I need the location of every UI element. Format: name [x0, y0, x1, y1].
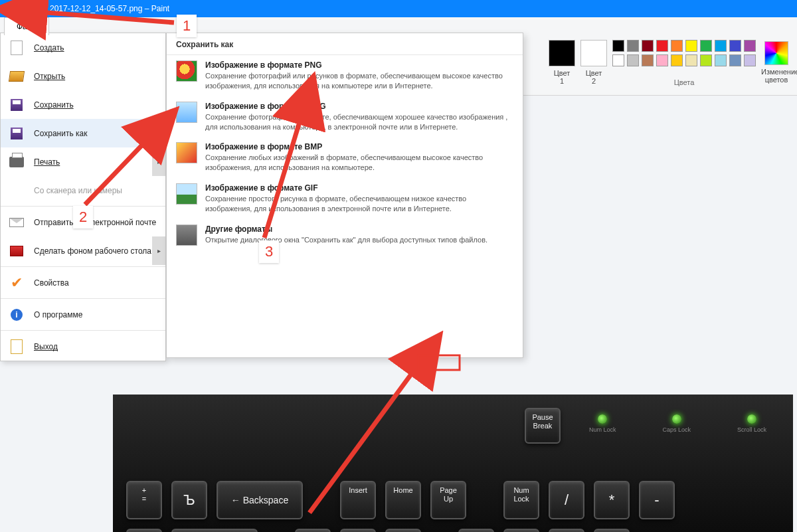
gif-icon — [176, 183, 197, 205]
keyboard-row: ЪEnter ↵DeleteEndPage Down789+ PgUp — [126, 529, 780, 532]
color-swatch[interactable] — [642, 54, 654, 66]
quick-access-toolbar — [17, 3, 46, 15]
color2-swatch[interactable] — [580, 40, 607, 66]
keyboard-key: Home — [385, 481, 421, 519]
keyboard-key: / — [549, 481, 584, 519]
menu-open[interactable]: Открыть — [1, 62, 165, 90]
separator — [1, 266, 165, 267]
svg-point-3 — [7, 10, 9, 12]
keyboard-key: + PgUp — [594, 529, 630, 532]
chevron-right-icon — [152, 236, 165, 265]
window-title: 2017-12-12_14-05-57.png – Paint — [50, 4, 169, 13]
color2[interactable]: Цвет 2 — [580, 40, 607, 85]
chevron-right-icon — [152, 147, 165, 176]
led-capslock-icon — [672, 414, 681, 424]
keyboard-key: ← Backspace — [217, 481, 303, 519]
exit-icon — [11, 339, 23, 354]
chevron-right-icon — [152, 119, 165, 147]
color-swatch[interactable] — [671, 40, 683, 52]
key-pause: Pause Break — [525, 408, 561, 444]
qat-save-icon[interactable] — [19, 4, 29, 13]
color-swatch[interactable] — [715, 40, 727, 52]
jpeg-icon — [176, 102, 197, 123]
svg-point-0 — [5, 4, 14, 13]
color-swatch[interactable] — [627, 40, 639, 52]
menu-scanner: Со сканера или камеры — [1, 176, 165, 205]
svg-point-4 — [11, 9, 13, 11]
colors-group-label: Цвета — [612, 78, 756, 86]
edit-colors-button[interactable]: Изменение цветов — [761, 40, 792, 84]
separator — [1, 330, 165, 331]
menu-save[interactable]: Сохранить — [1, 90, 165, 119]
led-scrolllock-icon — [747, 414, 756, 424]
color-swatch[interactable] — [656, 54, 668, 66]
separator — [1, 298, 165, 299]
color-swatch[interactable] — [700, 40, 712, 52]
keyboard-key: 7 — [458, 529, 494, 532]
menu-print[interactable]: Печать — [1, 147, 165, 176]
colors-group: Цвет 1 Цвет 2 Цвета Изменение цветов — [549, 40, 792, 86]
keyboard-key: Page Up — [430, 481, 466, 519]
save-as-jpeg[interactable]: Изображение в формате JPEGСохранение фот… — [167, 96, 523, 137]
color-swatch[interactable] — [729, 40, 741, 52]
keyboard-key: 9 — [549, 529, 584, 532]
svg-point-2 — [11, 7, 13, 9]
svg-point-1 — [7, 7, 9, 9]
keyboard-key: Delete — [295, 529, 331, 532]
led-numlock-icon — [598, 414, 607, 424]
keyboard-leds: Num Lock Caps Lock Scroll Lock — [589, 414, 766, 433]
color-swatch[interactable] — [744, 54, 756, 66]
keyboard-key: + = — [126, 481, 162, 519]
color-swatch[interactable] — [729, 54, 741, 66]
save-as-other[interactable]: Другие форматыОткрытие диалогового окна … — [167, 219, 523, 251]
info-icon: i — [11, 309, 23, 321]
save-as-icon — [11, 128, 23, 139]
color-swatch[interactable] — [627, 54, 639, 66]
keyboard-key: Num Lock — [503, 481, 539, 519]
menu-save-as[interactable]: Сохранить как — [1, 119, 165, 147]
keyboard-key: End — [340, 529, 376, 532]
keyboard-key: Ъ — [171, 481, 207, 519]
keyboard-row: + =Ъ← BackspaceInsertHomePage UpNum Lock… — [126, 481, 780, 519]
save-as-gif[interactable]: Изображение в формате GIFСохранение прос… — [167, 178, 523, 219]
color-swatch[interactable] — [685, 40, 697, 52]
save-as-submenu: Сохранить как Изображение в формате PNGС… — [166, 33, 523, 358]
save-as-header: Сохранить как — [167, 33, 523, 55]
menu-exit[interactable]: Выход — [1, 332, 165, 361]
keyboard-key: Enter ↵ — [171, 529, 258, 532]
color-swatch[interactable] — [715, 54, 727, 66]
color-swatch[interactable] — [685, 54, 697, 66]
color-swatch[interactable] — [642, 40, 654, 52]
color-swatch[interactable] — [744, 40, 756, 52]
wallpaper-icon — [10, 246, 23, 256]
callout-1: 1 — [177, 15, 197, 37]
qat-dropdown-icon[interactable] — [36, 6, 41, 11]
menu-create[interactable]: Создать — [1, 33, 165, 62]
color-swatch[interactable] — [612, 40, 624, 52]
menu-set-wallpaper[interactable]: Сделать фоном рабочего стола — [1, 236, 165, 265]
color-swatch[interactable] — [700, 54, 712, 66]
rainbow-icon — [764, 41, 788, 65]
keyboard-key: - — [639, 481, 675, 519]
keyboard-key: Ъ — [126, 529, 162, 532]
print-icon — [9, 157, 24, 167]
callout-3: 3 — [259, 240, 279, 263]
file-menu: Создать Открыть Сохранить Сохранить как … — [0, 33, 166, 361]
color1-swatch[interactable] — [549, 40, 575, 66]
menu-properties[interactable]: ✔ Свойства — [1, 268, 165, 297]
color-swatch[interactable] — [656, 40, 668, 52]
save-as-png[interactable]: Изображение в формате PNGСохранение фото… — [167, 55, 523, 96]
color-swatch[interactable] — [612, 54, 624, 66]
bmp-icon — [176, 142, 197, 163]
save-as-bmp[interactable]: Изображение в формате BMPСохранение любы… — [167, 137, 523, 178]
menu-about[interactable]: i О программе — [1, 300, 165, 329]
mail-icon — [9, 218, 24, 227]
keyboard-key: * — [594, 481, 630, 519]
color-palette — [612, 40, 756, 66]
color-swatch[interactable] — [671, 54, 683, 66]
color1[interactable]: Цвет 1 — [549, 40, 575, 85]
file-tab[interactable]: Файл — [4, 17, 49, 35]
callout-2: 2 — [73, 206, 93, 228]
keyboard-key: 8 — [503, 529, 539, 532]
open-folder-icon — [9, 71, 25, 82]
